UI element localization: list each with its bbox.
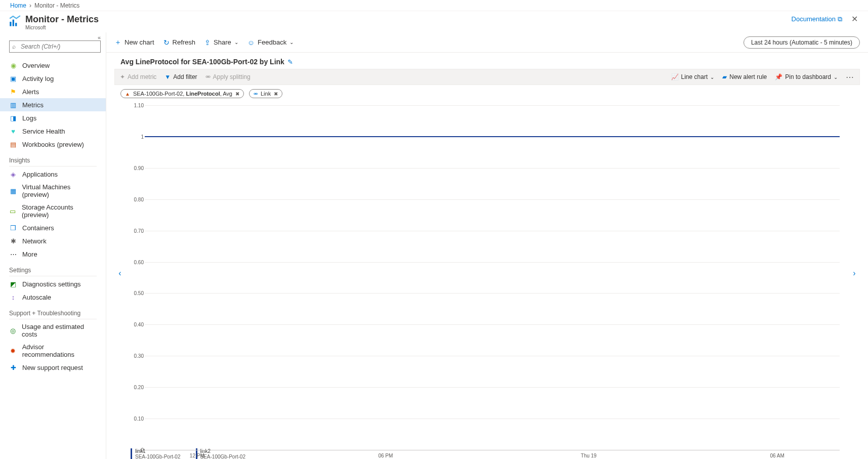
chevron-down-icon: ⌄ — [290, 39, 294, 45]
chevron-right-icon: › — [29, 2, 31, 9]
nav-item-advisor-recommendations[interactable]: ✹Advisor recommendations — [0, 341, 106, 361]
nav-label: Virtual Machines (preview) — [22, 183, 97, 198]
splitby-chip[interactable]: ⚮ Link ✖ — [249, 89, 282, 98]
nav-item-logs[interactable]: ◨Logs — [0, 111, 106, 124]
search-input[interactable] — [9, 40, 101, 53]
nav-item-more[interactable]: ⋯More — [0, 247, 106, 261]
search-icon: ⌕ — [12, 43, 16, 50]
vm-icon: ▦ — [9, 187, 17, 195]
smiley-icon: ☺ — [247, 38, 255, 47]
nav-item-overview[interactable]: ◉Overview — [0, 59, 106, 72]
nav-item-virtual-machines-preview-[interactable]: ▦Virtual Machines (preview) — [0, 181, 106, 201]
external-link-icon: ⧉ — [838, 15, 842, 23]
chart-prev-icon[interactable]: ‹ — [115, 100, 125, 446]
legend-series-name: link2 — [200, 448, 246, 454]
nav-item-containers[interactable]: ❒Containers — [0, 221, 106, 234]
chart-filter-bar: ✦Add metric ▼Add filter ⚮Apply splitting… — [114, 69, 860, 85]
nav-label: Storage Accounts (preview) — [22, 203, 97, 219]
bars-icon: ▥ — [9, 101, 17, 109]
nav-label: Autoscale — [22, 294, 51, 301]
breadcrumb-current: Monitor - Metrics — [34, 2, 79, 9]
book-icon: ▤ — [9, 140, 17, 148]
breadcrumb-home[interactable]: Home — [10, 2, 26, 9]
chevron-down-icon: ⌄ — [710, 74, 714, 80]
more-menu-icon[interactable]: ⋯ — [846, 72, 854, 82]
nav-label: Advisor recommendations — [22, 343, 97, 358]
add-metric-button[interactable]: ✦Add metric — [120, 73, 156, 80]
remove-chip-icon[interactable]: ✖ — [274, 91, 278, 97]
support-icon: ✚ — [9, 363, 17, 371]
remove-chip-icon[interactable]: ✖ — [235, 91, 239, 97]
nav-label: Workbooks (preview) — [22, 141, 84, 148]
share-icon: ⇪ — [204, 38, 211, 47]
nav-label: More — [22, 251, 37, 258]
documentation-link[interactable]: Documentation ⧉ — [792, 15, 842, 23]
nav-item-activity-log[interactable]: ▣Activity log — [0, 72, 106, 85]
feedback-button[interactable]: ☺Feedback⌄ — [247, 38, 294, 47]
toolbar: ＋New chart ↻Refresh ⇪Share⌄ ☺Feedback⌄ L… — [106, 32, 868, 53]
nav-item-diagnostics-settings[interactable]: ◩Diagnostics settings — [0, 277, 106, 290]
link-icon: ⚮ — [254, 91, 258, 97]
nav-label: Usage and estimated costs — [22, 323, 97, 338]
title-bar: Monitor - Metrics Microsoft Documentatio… — [0, 11, 868, 32]
nav-item-network[interactable]: ✱Network — [0, 234, 106, 247]
monitor-icon — [8, 15, 21, 28]
metric-icon: ✦ — [120, 73, 125, 80]
nav-label: Applications — [22, 171, 58, 178]
page-subtitle: Microsoft — [25, 25, 99, 30]
advisor-icon: ✹ — [9, 347, 17, 355]
refresh-button[interactable]: ↻Refresh — [163, 38, 196, 47]
chart-plot[interactable]: 00.100.200.300.400.500.600.700.800.9011.… — [125, 100, 850, 446]
new-alert-rule-button[interactable]: ▰New alert rule — [722, 73, 767, 80]
edit-title-icon[interactable]: ✎ — [287, 58, 293, 66]
nav-item-new-support-request[interactable]: ✚New support request — [0, 361, 106, 374]
nav-item-workbooks-preview-[interactable]: ▤Workbooks (preview) — [0, 138, 106, 151]
diag-icon: ◩ — [9, 280, 17, 288]
pin-icon: 📌 — [775, 73, 782, 80]
scale-icon: ↕ — [9, 293, 17, 301]
pin-to-dashboard-button[interactable]: 📌Pin to dashboard⌄ — [775, 73, 838, 80]
nav-label: Containers — [22, 224, 54, 232]
nav-item-autoscale[interactable]: ↕Autoscale — [0, 290, 106, 304]
nav-label: Service Health — [22, 128, 65, 135]
chart-type-dropdown[interactable]: 📈Line chart⌄ — [671, 73, 715, 80]
apply-splitting-button[interactable]: ⚮Apply splitting — [205, 73, 251, 80]
add-filter-button[interactable]: ▼Add filter — [164, 73, 197, 80]
page-title: Monitor - Metrics — [25, 14, 99, 25]
nav-item-service-health[interactable]: ♥Service Health — [0, 124, 106, 138]
series-line — [145, 136, 840, 137]
nav-item-metrics[interactable]: ▥Metrics — [0, 98, 106, 111]
cube-icon: ❒ — [9, 224, 17, 232]
nav-label: Logs — [22, 114, 36, 122]
logs-icon: ◨ — [9, 114, 17, 122]
nav-item-storage-accounts-preview-[interactable]: ▭Storage Accounts (preview) — [0, 201, 106, 221]
nav-item-usage-and-estimated-costs[interactable]: ◎Usage and estimated costs — [0, 320, 106, 341]
globe-icon: ◉ — [9, 61, 17, 69]
nav-label: Alerts — [22, 88, 39, 96]
nav-label: Activity log — [22, 75, 54, 82]
nav-heading-settings: Settings — [0, 264, 106, 276]
metric-chip[interactable]: ▲ SEA-100Gb-Port-02, LineProtocol, Avg ✖ — [120, 89, 244, 98]
chart-next-icon[interactable]: › — [850, 100, 859, 446]
nav-label: Diagnostics settings — [22, 280, 81, 288]
filter-icon: ▼ — [164, 73, 171, 80]
new-chart-button[interactable]: ＋New chart — [114, 38, 154, 47]
collapse-sidebar-icon[interactable]: « — [0, 34, 106, 40]
nav-label: Network — [22, 237, 47, 245]
nav-label: Metrics — [22, 101, 44, 109]
flag-icon: ⚑ — [9, 88, 17, 96]
chart-legend: link1SEA-100Gb-Port-021link2SEA-100Gb-Po… — [106, 446, 868, 459]
sidebar: « ⌕ ◉Overview▣Activity log⚑Alerts▥Metric… — [0, 32, 106, 459]
share-button[interactable]: ⇪Share⌄ — [204, 38, 238, 47]
nav-item-applications[interactable]: ◈Applications — [0, 168, 106, 181]
time-range-picker[interactable]: Last 24 hours (Automatic - 5 minutes) — [743, 36, 860, 49]
refresh-icon: ↻ — [163, 38, 170, 47]
close-icon[interactable]: ✕ — [849, 14, 860, 24]
legend-resource: SEA-100Gb-Port-02 — [135, 454, 181, 459]
chevron-down-icon: ⌄ — [234, 39, 238, 45]
line-chart-icon: 📈 — [671, 73, 679, 80]
plus-icon: ＋ — [114, 38, 121, 47]
chevron-down-icon: ⌄ — [834, 74, 838, 80]
nav-item-alerts[interactable]: ⚑Alerts — [0, 85, 106, 98]
nav-heading-support: Support + Troubleshooting — [0, 307, 106, 319]
